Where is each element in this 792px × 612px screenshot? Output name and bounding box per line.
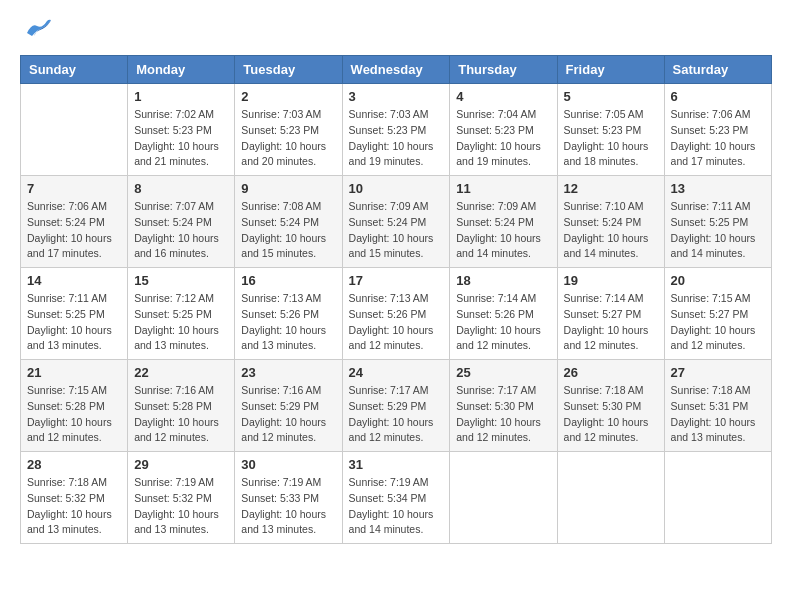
day-info: Sunrise: 7:02 AMSunset: 5:23 PMDaylight:… — [134, 107, 228, 170]
calendar-cell: 26Sunrise: 7:18 AMSunset: 5:30 PMDayligh… — [557, 360, 664, 452]
day-info: Sunrise: 7:13 AMSunset: 5:26 PMDaylight:… — [241, 291, 335, 354]
day-info: Sunrise: 7:03 AMSunset: 5:23 PMDaylight:… — [241, 107, 335, 170]
day-number: 9 — [241, 181, 335, 196]
day-info: Sunrise: 7:09 AMSunset: 5:24 PMDaylight:… — [456, 199, 550, 262]
day-info: Sunrise: 7:11 AMSunset: 5:25 PMDaylight:… — [671, 199, 765, 262]
day-info: Sunrise: 7:17 AMSunset: 5:30 PMDaylight:… — [456, 383, 550, 446]
calendar-cell — [21, 84, 128, 176]
day-info: Sunrise: 7:11 AMSunset: 5:25 PMDaylight:… — [27, 291, 121, 354]
day-info: Sunrise: 7:18 AMSunset: 5:31 PMDaylight:… — [671, 383, 765, 446]
calendar-cell: 10Sunrise: 7:09 AMSunset: 5:24 PMDayligh… — [342, 176, 450, 268]
calendar-cell: 11Sunrise: 7:09 AMSunset: 5:24 PMDayligh… — [450, 176, 557, 268]
day-info: Sunrise: 7:06 AMSunset: 5:24 PMDaylight:… — [27, 199, 121, 262]
day-info: Sunrise: 7:17 AMSunset: 5:29 PMDaylight:… — [349, 383, 444, 446]
day-info: Sunrise: 7:07 AMSunset: 5:24 PMDaylight:… — [134, 199, 228, 262]
calendar-cell: 29Sunrise: 7:19 AMSunset: 5:32 PMDayligh… — [128, 452, 235, 544]
calendar-cell — [450, 452, 557, 544]
day-number: 15 — [134, 273, 228, 288]
calendar-table: SundayMondayTuesdayWednesdayThursdayFrid… — [20, 55, 772, 544]
header-monday: Monday — [128, 56, 235, 84]
calendar-cell: 18Sunrise: 7:14 AMSunset: 5:26 PMDayligh… — [450, 268, 557, 360]
calendar-cell — [664, 452, 771, 544]
day-info: Sunrise: 7:15 AMSunset: 5:28 PMDaylight:… — [27, 383, 121, 446]
day-number: 22 — [134, 365, 228, 380]
header-row: SundayMondayTuesdayWednesdayThursdayFrid… — [21, 56, 772, 84]
day-number: 24 — [349, 365, 444, 380]
calendar-cell: 3Sunrise: 7:03 AMSunset: 5:23 PMDaylight… — [342, 84, 450, 176]
day-info: Sunrise: 7:09 AMSunset: 5:24 PMDaylight:… — [349, 199, 444, 262]
day-info: Sunrise: 7:14 AMSunset: 5:26 PMDaylight:… — [456, 291, 550, 354]
day-number: 5 — [564, 89, 658, 104]
calendar-cell: 23Sunrise: 7:16 AMSunset: 5:29 PMDayligh… — [235, 360, 342, 452]
week-row-5: 28Sunrise: 7:18 AMSunset: 5:32 PMDayligh… — [21, 452, 772, 544]
day-number: 7 — [27, 181, 121, 196]
logo-bird-icon — [22, 18, 52, 38]
calendar-cell: 19Sunrise: 7:14 AMSunset: 5:27 PMDayligh… — [557, 268, 664, 360]
day-number: 16 — [241, 273, 335, 288]
page-header — [20, 20, 772, 45]
calendar-cell: 5Sunrise: 7:05 AMSunset: 5:23 PMDaylight… — [557, 84, 664, 176]
day-info: Sunrise: 7:18 AMSunset: 5:30 PMDaylight:… — [564, 383, 658, 446]
day-info: Sunrise: 7:10 AMSunset: 5:24 PMDaylight:… — [564, 199, 658, 262]
calendar-cell: 8Sunrise: 7:07 AMSunset: 5:24 PMDaylight… — [128, 176, 235, 268]
day-number: 26 — [564, 365, 658, 380]
calendar-cell: 22Sunrise: 7:16 AMSunset: 5:28 PMDayligh… — [128, 360, 235, 452]
calendar-cell: 24Sunrise: 7:17 AMSunset: 5:29 PMDayligh… — [342, 360, 450, 452]
calendar-cell: 14Sunrise: 7:11 AMSunset: 5:25 PMDayligh… — [21, 268, 128, 360]
day-info: Sunrise: 7:03 AMSunset: 5:23 PMDaylight:… — [349, 107, 444, 170]
day-info: Sunrise: 7:19 AMSunset: 5:33 PMDaylight:… — [241, 475, 335, 538]
calendar-cell: 20Sunrise: 7:15 AMSunset: 5:27 PMDayligh… — [664, 268, 771, 360]
day-number: 23 — [241, 365, 335, 380]
day-number: 30 — [241, 457, 335, 472]
day-number: 27 — [671, 365, 765, 380]
calendar-cell: 27Sunrise: 7:18 AMSunset: 5:31 PMDayligh… — [664, 360, 771, 452]
day-number: 18 — [456, 273, 550, 288]
calendar-cell — [557, 452, 664, 544]
calendar-cell: 21Sunrise: 7:15 AMSunset: 5:28 PMDayligh… — [21, 360, 128, 452]
day-info: Sunrise: 7:14 AMSunset: 5:27 PMDaylight:… — [564, 291, 658, 354]
day-number: 13 — [671, 181, 765, 196]
week-row-3: 14Sunrise: 7:11 AMSunset: 5:25 PMDayligh… — [21, 268, 772, 360]
day-number: 25 — [456, 365, 550, 380]
day-number: 10 — [349, 181, 444, 196]
day-number: 6 — [671, 89, 765, 104]
calendar-cell: 16Sunrise: 7:13 AMSunset: 5:26 PMDayligh… — [235, 268, 342, 360]
day-number: 1 — [134, 89, 228, 104]
week-row-2: 7Sunrise: 7:06 AMSunset: 5:24 PMDaylight… — [21, 176, 772, 268]
day-number: 4 — [456, 89, 550, 104]
day-number: 2 — [241, 89, 335, 104]
header-saturday: Saturday — [664, 56, 771, 84]
calendar-cell: 9Sunrise: 7:08 AMSunset: 5:24 PMDaylight… — [235, 176, 342, 268]
day-info: Sunrise: 7:13 AMSunset: 5:26 PMDaylight:… — [349, 291, 444, 354]
header-thursday: Thursday — [450, 56, 557, 84]
calendar-cell: 12Sunrise: 7:10 AMSunset: 5:24 PMDayligh… — [557, 176, 664, 268]
day-info: Sunrise: 7:06 AMSunset: 5:23 PMDaylight:… — [671, 107, 765, 170]
day-number: 28 — [27, 457, 121, 472]
day-info: Sunrise: 7:16 AMSunset: 5:28 PMDaylight:… — [134, 383, 228, 446]
calendar-cell: 2Sunrise: 7:03 AMSunset: 5:23 PMDaylight… — [235, 84, 342, 176]
day-info: Sunrise: 7:19 AMSunset: 5:34 PMDaylight:… — [349, 475, 444, 538]
calendar-cell: 25Sunrise: 7:17 AMSunset: 5:30 PMDayligh… — [450, 360, 557, 452]
day-info: Sunrise: 7:12 AMSunset: 5:25 PMDaylight:… — [134, 291, 228, 354]
day-info: Sunrise: 7:15 AMSunset: 5:27 PMDaylight:… — [671, 291, 765, 354]
calendar-cell: 31Sunrise: 7:19 AMSunset: 5:34 PMDayligh… — [342, 452, 450, 544]
day-number: 8 — [134, 181, 228, 196]
header-tuesday: Tuesday — [235, 56, 342, 84]
calendar-cell: 13Sunrise: 7:11 AMSunset: 5:25 PMDayligh… — [664, 176, 771, 268]
calendar-cell: 17Sunrise: 7:13 AMSunset: 5:26 PMDayligh… — [342, 268, 450, 360]
day-number: 20 — [671, 273, 765, 288]
calendar-cell: 30Sunrise: 7:19 AMSunset: 5:33 PMDayligh… — [235, 452, 342, 544]
calendar-cell: 7Sunrise: 7:06 AMSunset: 5:24 PMDaylight… — [21, 176, 128, 268]
header-wednesday: Wednesday — [342, 56, 450, 84]
day-number: 11 — [456, 181, 550, 196]
day-info: Sunrise: 7:19 AMSunset: 5:32 PMDaylight:… — [134, 475, 228, 538]
calendar-cell: 1Sunrise: 7:02 AMSunset: 5:23 PMDaylight… — [128, 84, 235, 176]
logo — [20, 20, 52, 45]
day-info: Sunrise: 7:16 AMSunset: 5:29 PMDaylight:… — [241, 383, 335, 446]
calendar-cell: 6Sunrise: 7:06 AMSunset: 5:23 PMDaylight… — [664, 84, 771, 176]
day-number: 3 — [349, 89, 444, 104]
day-number: 29 — [134, 457, 228, 472]
day-number: 14 — [27, 273, 121, 288]
calendar-cell: 15Sunrise: 7:12 AMSunset: 5:25 PMDayligh… — [128, 268, 235, 360]
week-row-1: 1Sunrise: 7:02 AMSunset: 5:23 PMDaylight… — [21, 84, 772, 176]
